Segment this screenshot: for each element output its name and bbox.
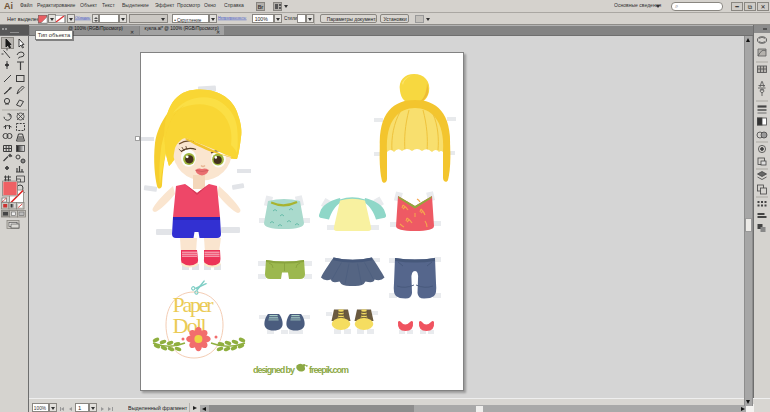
svg-text:freepik.com: freepik.com xyxy=(309,365,349,375)
svg-text:designed by: designed by xyxy=(253,365,295,375)
